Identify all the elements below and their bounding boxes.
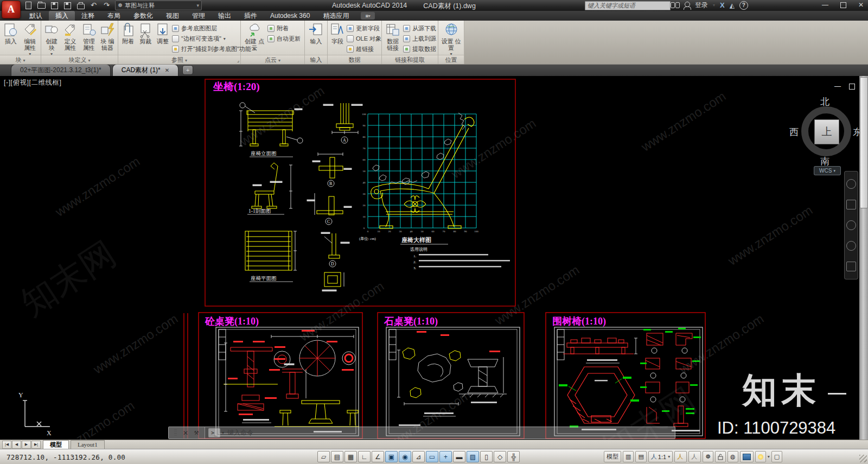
command-line-grip[interactable]: ✕ ⚒ (169, 427, 205, 438)
manage-attributes-button[interactable]: 管理 属性 (80, 22, 98, 51)
save-button[interactable] (50, 1, 59, 10)
next-tab-button[interactable]: ▶ (22, 441, 31, 449)
exchange-apps-icon[interactable]: X (720, 1, 725, 9)
help-search-input[interactable]: 键入关键字或短语 (585, 1, 671, 10)
showmotion-icon[interactable] (846, 262, 856, 271)
annotation-scale-button[interactable]: 人1:1 ▾ (648, 451, 673, 462)
grid-display-toggle[interactable]: ▦ (344, 451, 357, 462)
edit-attribute-button[interactable]: 编辑 属性▾ (21, 22, 40, 58)
download-from-source-button[interactable]: 从源下载 (403, 24, 436, 33)
tab-view[interactable]: 视图 (159, 11, 186, 21)
workspace-switcher[interactable]: ☸ 草图与注释 ▾ (115, 1, 202, 10)
panel-title-data[interactable]: 数据 (328, 55, 381, 64)
ole-object-button[interactable]: OLE 对象 (347, 34, 381, 43)
command-close-icon[interactable]: ✕ (183, 429, 188, 437)
resize-grip[interactable] (859, 455, 867, 462)
sign-in-button[interactable]: 登录 (695, 1, 708, 10)
file-tab-cad-material[interactable]: CAD素材 (1)* ✕ (112, 64, 178, 76)
hardware-acceleration-icon[interactable] (740, 451, 754, 462)
transparency-toggle[interactable]: ▨ (467, 451, 479, 462)
viewport-controls[interactable]: [-][俯视][二维线框] (4, 78, 62, 87)
dynamic-input-toggle[interactable]: + (439, 451, 452, 462)
infer-constraints-toggle[interactable]: ▱ (317, 451, 330, 462)
tab-annotate[interactable]: 注释 (75, 11, 101, 21)
data-link-button[interactable]: 数据 链接 (384, 22, 402, 51)
viewcube-wcs-menu[interactable]: WCS▾ (814, 166, 841, 175)
model-space-button[interactable]: 模型 (604, 451, 621, 462)
help-icon[interactable]: ? (739, 1, 748, 10)
first-tab-button[interactable]: |◀ (2, 441, 11, 449)
define-attributes-button[interactable]: 定义 属性 (61, 22, 79, 51)
drag-handle-icon[interactable] (174, 429, 177, 436)
new-file-button[interactable] (24, 1, 33, 10)
status-menu-arrow[interactable]: ▾ (768, 454, 770, 459)
annotation-monitor-toggle[interactable]: ╬ (507, 451, 520, 462)
layout1-tab[interactable]: Layout1 (71, 440, 105, 449)
hyperlink-button[interactable]: 超链接 (347, 45, 381, 54)
set-location-button[interactable]: 设置 位置▾ (440, 22, 462, 58)
tab-autodesk-360[interactable]: Autodesk 360 (264, 11, 316, 21)
ortho-mode-toggle[interactable]: ∟ (358, 451, 371, 462)
command-line[interactable]: ✕ ⚒ >_ ▾ 键入命令 (168, 427, 675, 439)
block-editor-button[interactable]: 块 编辑器 (99, 22, 116, 51)
save-as-button[interactable] (63, 1, 72, 10)
quick-view-layouts-icon[interactable]: ▥ (623, 451, 634, 462)
viewcube-top-face[interactable]: 上 (814, 119, 839, 144)
prev-tab-button[interactable]: ◀ (12, 441, 21, 449)
command-prompt-button[interactable]: >_ (208, 428, 220, 437)
new-tab-button[interactable]: + (182, 65, 193, 75)
auto-update-button[interactable]: 自动更新 (267, 34, 301, 43)
quick-view-drawings-icon[interactable]: ▤ (635, 451, 646, 462)
adjust-button[interactable]: 调整 (155, 22, 171, 45)
chevron-down-icon[interactable]: ▾ (222, 430, 224, 435)
annotation-visibility-icon[interactable]: 人 (674, 451, 687, 462)
viewcube-north[interactable]: 北 (820, 96, 829, 108)
tab-plugins[interactable]: 插件 (238, 11, 264, 21)
viewcube-east[interactable]: 东 (853, 126, 859, 138)
object-snap-tracking-toggle[interactable]: ⊿ (412, 451, 425, 462)
panel-title-import[interactable]: 输入 (305, 55, 327, 64)
snap-mode-toggle[interactable]: ▤ (331, 451, 343, 462)
clip-button[interactable]: 剪裁 (137, 22, 154, 45)
panel-title-block[interactable]: 块 ▾ (0, 55, 41, 64)
minimize-button[interactable]: — (822, 1, 828, 9)
doc-minimize-button[interactable]: — (834, 82, 841, 90)
create-block-button[interactable]: 创建 块▾ (43, 22, 60, 58)
panel-title-point-cloud[interactable]: 点云 ▾ (241, 55, 304, 64)
import-button[interactable]: 输入 (307, 22, 326, 45)
isolate-objects-icon[interactable]: ◍ (727, 451, 738, 462)
tab-default[interactable]: 默认 (23, 11, 49, 21)
file-tab-plan[interactable]: 02+平面图-2021.3.12_t3(1)* (11, 64, 111, 76)
panel-title-location[interactable]: 位置 (438, 55, 464, 64)
panel-title-linking[interactable]: 链接和提取 (382, 55, 438, 64)
autocad-app-menu-button[interactable]: A (2, 1, 21, 18)
dynamic-ucs-toggle[interactable]: ▭ (426, 451, 438, 462)
tab-featured-apps[interactable]: 精选应用 (316, 11, 355, 21)
orbit-icon[interactable] (846, 241, 856, 251)
drawing-canvas[interactable]: [-][俯视][二维线框] www.znzmo.com www.znzmo.co… (0, 76, 859, 440)
open-file-button[interactable] (37, 1, 46, 10)
tab-output[interactable]: 输出 (212, 11, 238, 21)
viewcube-west[interactable]: 西 (789, 126, 799, 138)
redo-button[interactable]: ↷ (102, 1, 111, 10)
toolbar-lock-icon[interactable] (715, 451, 726, 462)
panel-title-block-definition[interactable]: 块定义 ▾ (41, 55, 118, 64)
selection-cycling-toggle[interactable]: ◇ (494, 451, 506, 462)
update-fields-button[interactable]: 更新字段 (347, 24, 381, 33)
zoom-icon[interactable] (846, 220, 856, 230)
isolate-bulb-icon[interactable] (755, 451, 766, 462)
command-input[interactable]: 键入命令 (227, 428, 253, 437)
tab-insert[interactable]: 插入 (49, 11, 75, 21)
field-button[interactable]: 字段 (329, 22, 346, 45)
create-point-cloud-button[interactable]: 创建 点云 (242, 22, 266, 51)
attach-button[interactable]: 附着 (120, 22, 136, 45)
dialog-launcher-icon[interactable]: ⌟ (237, 58, 239, 63)
wrench-icon[interactable]: ⚒ (194, 430, 199, 436)
undo-button[interactable]: ↶ (89, 1, 98, 10)
close-button[interactable]: ✕ (858, 1, 864, 9)
doc-restore-button[interactable] (849, 84, 855, 90)
chevron-down-icon[interactable]: ▾ (713, 3, 715, 8)
lineweight-toggle[interactable]: ▬ (453, 451, 465, 462)
media-browser-icon[interactable]: ◙▾ (361, 12, 375, 20)
insert-block-button[interactable]: 插入 (2, 22, 20, 45)
